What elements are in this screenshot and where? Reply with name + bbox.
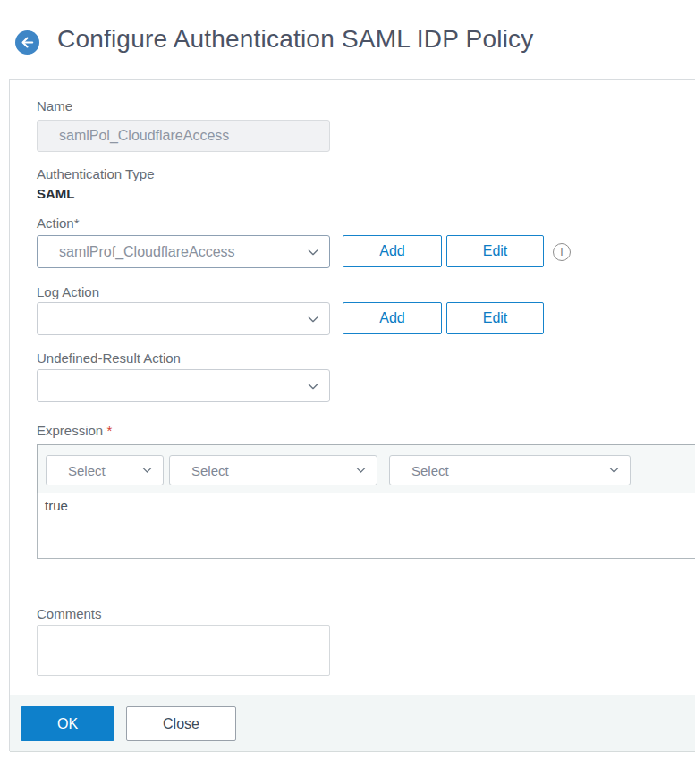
configure-saml-idp-policy-page: Configure Authentication SAML IDP Policy… <box>0 0 695 784</box>
expression-select-2-value: Select <box>191 463 229 478</box>
action-add-button[interactable]: Add <box>343 235 442 267</box>
chevron-down-icon <box>306 312 320 330</box>
close-button[interactable]: Close <box>126 706 236 741</box>
expression-label-text: Expression <box>37 423 106 438</box>
chevron-down-icon <box>306 379 320 397</box>
expression-select-1[interactable]: Select <box>46 455 164 485</box>
page-title: Configure Authentication SAML IDP Policy <box>57 25 534 54</box>
form-footer: OK Close <box>10 695 695 752</box>
name-input <box>37 120 330 152</box>
comments-label: Comments <box>37 605 102 623</box>
info-icon[interactable]: i <box>553 243 571 261</box>
chevron-down-icon <box>354 463 368 479</box>
expression-builder-header: Select Select Select <box>37 444 695 493</box>
comments-textarea[interactable] <box>37 625 330 676</box>
arrow-left-icon <box>20 35 35 50</box>
expression-select-2[interactable]: Select <box>169 455 377 485</box>
auth-type-label: Authentication Type <box>37 165 154 183</box>
required-asterisk: * <box>106 423 112 438</box>
back-button[interactable] <box>15 30 39 55</box>
expression-select-3[interactable]: Select <box>389 455 631 485</box>
ok-button[interactable]: OK <box>21 706 114 741</box>
undefined-result-action-select[interactable] <box>37 369 330 402</box>
action-label: Action* <box>37 215 80 232</box>
log-action-label: Log Action <box>37 283 99 301</box>
chevron-down-icon <box>607 463 621 479</box>
action-select-value: samlProf_CloudflareAccess <box>59 244 235 260</box>
action-select[interactable]: samlProf_CloudflareAccess <box>37 235 330 268</box>
log-action-add-button[interactable]: Add <box>343 302 442 334</box>
expression-textarea[interactable]: true <box>37 493 695 559</box>
expression-select-1-value: Select <box>68 463 106 478</box>
auth-type-value: SAML <box>37 186 75 201</box>
form-panel: Name Authentication Type SAML Action* sa… <box>9 79 695 751</box>
expression-label: Expression * <box>37 422 112 440</box>
name-label: Name <box>37 97 72 115</box>
chevron-down-icon <box>306 245 320 263</box>
log-action-select[interactable] <box>37 302 330 335</box>
undefined-result-action-label: Undefined-Result Action <box>37 350 181 367</box>
action-edit-button[interactable]: Edit <box>446 235 544 267</box>
chevron-down-icon <box>140 463 154 479</box>
log-action-edit-button[interactable]: Edit <box>446 302 544 334</box>
expression-select-3-value: Select <box>411 463 449 478</box>
